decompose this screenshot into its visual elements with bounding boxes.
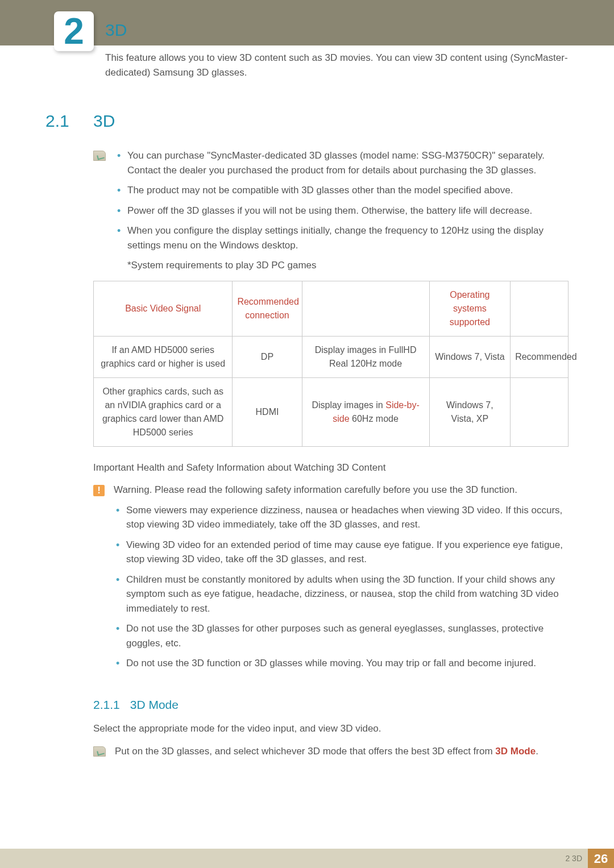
- section-title: 3D: [93, 108, 115, 134]
- warning-icon: !: [93, 485, 105, 496]
- th-basic: Basic Video Signal: [94, 281, 233, 336]
- warning-leadin: Warning. Please read the following safet…: [114, 483, 569, 497]
- chapter-number: 2: [64, 13, 84, 49]
- note-icon: [93, 151, 106, 161]
- cell-rec: Recommended: [511, 336, 569, 377]
- warning-body: Warning. Please read the following safet…: [114, 483, 569, 676]
- subsection-number: 2.1.1: [93, 696, 120, 714]
- chapter-title: 3D: [105, 17, 569, 43]
- cell-rec: [511, 377, 569, 446]
- table-header-row: Basic Video Signal Recommended connectio…: [94, 281, 569, 336]
- list-item: Viewing 3D video for an extended period …: [114, 538, 569, 567]
- safety-heading: Important Health and Safety Information …: [93, 460, 569, 475]
- list-item: Power off the 3D glasses if you will not…: [115, 203, 569, 218]
- note-list: You can purchase "SyncMaster-dedicated 3…: [115, 148, 569, 252]
- cell-basic: If an AMD HD5000 series graphics card or…: [94, 336, 233, 377]
- warning-block: ! Warning. Please read the following saf…: [93, 483, 569, 676]
- section-heading: 2.1 3D: [45, 108, 569, 134]
- requirements-table: Basic Video Signal Recommended connectio…: [93, 281, 569, 447]
- note-icon: [93, 746, 106, 757]
- warning-list: Some viewers may experience dizziness, n…: [114, 503, 569, 671]
- tip-line: Put on the 3D glasses, and select whiche…: [93, 744, 569, 759]
- footnote: *System requirements to play 3D PC games: [127, 258, 569, 273]
- cell-os: Windows 7, Vista, XP: [429, 377, 511, 446]
- cell-conn: DP: [233, 336, 302, 377]
- chapter-number-chip: 2: [54, 11, 94, 51]
- chapter-intro: This feature allows you to view 3D conte…: [105, 51, 569, 80]
- subsection-body: Select the appropriate mode for the vide…: [93, 721, 569, 736]
- page-number: 26: [588, 849, 614, 868]
- table-row: If an AMD HD5000 series graphics card or…: [94, 336, 569, 377]
- cell-disp: Display images in Side-by-side 60Hz mode: [302, 377, 429, 446]
- list-item: Do not use the 3D function or 3D glasses…: [114, 656, 569, 671]
- note-block-1: You can purchase "SyncMaster-dedicated 3…: [93, 148, 569, 273]
- cell-basic: Other graphics cards, such as an nVIDIA …: [94, 377, 233, 446]
- subsection-title: 3D Mode: [130, 696, 179, 714]
- tip-text: Put on the 3D glasses, and select whiche…: [115, 744, 569, 759]
- page-content: 2.1 3D You can purchase "SyncMaster-dedi…: [45, 108, 569, 758]
- note-body: You can purchase "SyncMaster-dedicated 3…: [115, 148, 569, 273]
- list-item: When you configure the display settings …: [115, 223, 569, 252]
- cell-disp: Display images in FullHD Real 120Hz mode: [302, 336, 429, 377]
- list-item: Children must be constantly monitored by…: [114, 572, 569, 616]
- list-item: The product may not be compatible with 3…: [115, 183, 569, 198]
- th-os: Operating systems supported: [429, 281, 511, 336]
- chapter-header: 3D This feature allows you to view 3D co…: [105, 17, 569, 80]
- section-number: 2.1: [45, 108, 78, 134]
- cell-os: Windows 7, Vista: [429, 336, 511, 377]
- subsection-heading: 2.1.1 3D Mode: [93, 696, 569, 714]
- list-item: You can purchase "SyncMaster-dedicated 3…: [115, 148, 569, 177]
- table-row: Other graphics cards, such as an nVIDIA …: [94, 377, 569, 446]
- footer: 2 3D 26: [0, 849, 614, 868]
- list-item: Some viewers may experience dizziness, n…: [114, 503, 569, 532]
- footer-breadcrumb: 2 3D: [565, 853, 582, 865]
- th-disp: [302, 281, 429, 336]
- th-conn: Recommended connection: [233, 281, 302, 336]
- th-rec: [511, 281, 569, 336]
- cell-conn: HDMI: [233, 377, 302, 446]
- list-item: Do not use the 3D glasses for other purp…: [114, 621, 569, 650]
